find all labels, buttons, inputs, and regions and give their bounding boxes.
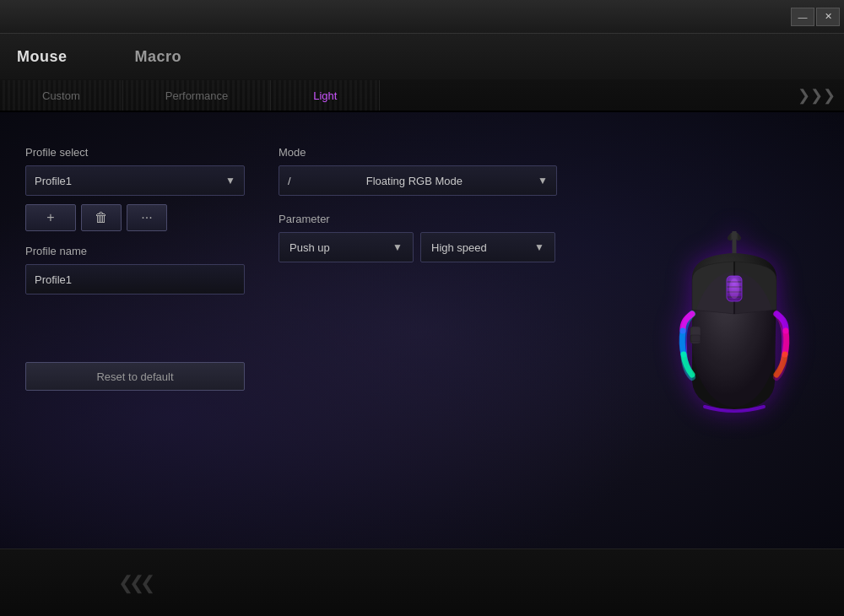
tab-custom[interactable]: Custom bbox=[0, 80, 123, 111]
tab-bar: Custom Performance Light ❯❯❯ bbox=[0, 80, 844, 112]
tab-performance[interactable]: Performance bbox=[123, 80, 271, 111]
mode-label: Mode bbox=[279, 146, 616, 159]
push-up-arrow-icon: ▼ bbox=[392, 241, 403, 253]
high-speed-arrow-icon: ▼ bbox=[534, 241, 544, 253]
bottom-chevrons-icon: ❮❮❮ bbox=[118, 572, 151, 594]
delete-profile-button[interactable]: 🗑 bbox=[81, 204, 122, 231]
bottom-bar: ❮❮❮ bbox=[0, 548, 844, 616]
tab-light[interactable]: Light bbox=[271, 80, 380, 111]
parameter-dropdowns: Push up ▼ High speed ▼ bbox=[279, 232, 616, 262]
window-controls: — ✕ bbox=[791, 8, 840, 26]
reset-to-default-button[interactable]: Reset to default bbox=[25, 362, 245, 391]
parameter-section: Parameter Push up ▼ High speed ▼ bbox=[279, 213, 616, 262]
parameter-label: Parameter bbox=[279, 213, 616, 225]
mouse-area bbox=[650, 138, 819, 523]
mode-section: Mode / Floating RGB Mode ▼ bbox=[279, 146, 616, 196]
profile-name-input[interactable] bbox=[25, 264, 245, 294]
profile-select-label: Profile select bbox=[25, 146, 245, 159]
profile-select-dropdown[interactable]: Profile1 ▼ bbox=[25, 165, 245, 196]
svg-point-11 bbox=[692, 272, 776, 407]
push-up-value: Push up bbox=[289, 241, 330, 254]
close-button[interactable]: ✕ bbox=[816, 8, 840, 26]
mode-value: Floating RGB Mode bbox=[291, 175, 538, 187]
right-panel: Mode / Floating RGB Mode ▼ Parameter Pus… bbox=[279, 138, 616, 523]
nav-bar: Mouse Macro bbox=[0, 34, 844, 80]
high-speed-dropdown[interactable]: High speed ▼ bbox=[420, 232, 555, 262]
profile-select-arrow-icon: ▼ bbox=[225, 175, 235, 186]
minimize-button[interactable]: — bbox=[791, 8, 814, 26]
left-panel: Profile select Profile1 ▼ + 🗑 ··· Profil… bbox=[25, 138, 245, 523]
add-profile-button[interactable]: + bbox=[25, 204, 76, 231]
profile-select-value: Profile1 bbox=[35, 175, 72, 187]
push-up-dropdown[interactable]: Push up ▼ bbox=[279, 232, 414, 262]
mode-dropdown[interactable]: / Floating RGB Mode ▼ bbox=[279, 165, 557, 196]
title-bar: — ✕ bbox=[0, 0, 844, 34]
mouse-image bbox=[667, 230, 802, 432]
nav-item-mouse[interactable]: Mouse bbox=[17, 48, 68, 66]
main-content: Profile select Profile1 ▼ + 🗑 ··· Profil… bbox=[0, 112, 844, 548]
profile-name-label: Profile name bbox=[25, 245, 245, 257]
tab-arrows: ❯❯❯ bbox=[798, 86, 836, 105]
profile-actions: + 🗑 ··· bbox=[25, 204, 245, 231]
mode-dropdown-arrow-icon: ▼ bbox=[538, 175, 548, 186]
high-speed-value: High speed bbox=[431, 241, 487, 254]
more-options-button[interactable]: ··· bbox=[127, 204, 167, 231]
nav-item-macro[interactable]: Macro bbox=[135, 48, 182, 66]
